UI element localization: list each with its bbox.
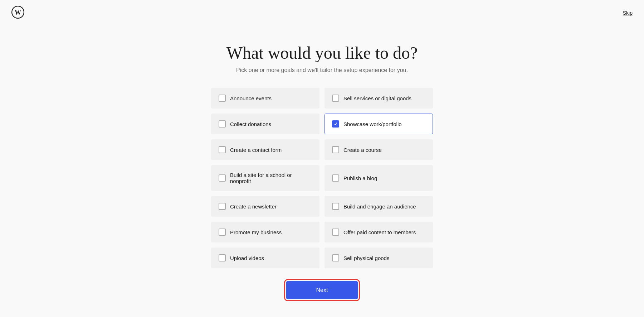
checkbox-offer-paid-content: ✓ [332,229,339,236]
option-label-promote-business: Promote my business [230,229,282,235]
option-label-publish-blog: Publish a blog [343,175,377,181]
options-grid: ✓Announce events✓Sell services or digita… [211,88,433,268]
checkbox-build-site-school: ✓ [219,174,226,182]
checkbox-create-contact-form: ✓ [219,146,226,153]
option-item-sell-services[interactable]: ✓Sell services or digital goods [325,88,433,109]
next-button[interactable]: Next [286,281,358,299]
option-item-create-contact-form[interactable]: ✓Create a contact form [211,139,319,160]
checkbox-showcase-portfolio: ✓ [332,120,339,128]
checkbox-upload-videos: ✓ [219,254,226,261]
option-item-build-site-school[interactable]: ✓Build a site for a school or nonprofit [211,165,319,191]
option-item-upload-videos[interactable]: ✓Upload videos [211,248,319,268]
next-button-container: Next [286,281,358,299]
option-label-collect-donations: Collect donations [230,121,271,127]
checkbox-check-showcase-portfolio: ✓ [334,121,338,127]
wp-logo: W [11,6,24,20]
main-content: What would you like to do? Pick one or m… [0,0,644,317]
option-label-showcase-portfolio: Showcase work/portfolio [343,121,402,127]
option-item-showcase-portfolio[interactable]: ✓Showcase work/portfolio [325,114,433,134]
option-label-announce-events: Announce events [230,95,272,101]
header: W Skip [0,0,644,26]
option-label-create-course: Create a course [343,147,382,153]
checkbox-sell-services: ✓ [332,95,339,102]
option-item-collect-donations[interactable]: ✓Collect donations [211,114,319,134]
option-item-offer-paid-content[interactable]: ✓Offer paid content to members [325,222,433,242]
checkbox-create-newsletter: ✓ [219,203,226,210]
checkbox-build-audience: ✓ [332,203,339,210]
option-item-publish-blog[interactable]: ✓Publish a blog [325,165,433,191]
checkbox-promote-business: ✓ [219,229,226,236]
option-label-offer-paid-content: Offer paid content to members [343,229,416,235]
option-label-upload-videos: Upload videos [230,255,264,261]
option-label-create-contact-form: Create a contact form [230,147,282,153]
title-section: What would you like to do? Pick one or m… [226,43,418,73]
checkbox-collect-donations: ✓ [219,120,226,128]
checkbox-publish-blog: ✓ [332,174,339,182]
skip-link[interactable]: Skip [623,10,633,16]
option-label-sell-services: Sell services or digital goods [343,95,411,101]
option-item-build-audience[interactable]: ✓Build and engage an audience [325,196,433,217]
checkbox-create-course: ✓ [332,146,339,153]
page-subtitle: Pick one or more goals and we'll tailor … [226,67,418,73]
option-item-announce-events[interactable]: ✓Announce events [211,88,319,109]
option-label-sell-physical-goods: Sell physical goods [343,255,389,261]
option-item-sell-physical-goods[interactable]: ✓Sell physical goods [325,248,433,268]
option-label-build-audience: Build and engage an audience [343,203,416,210]
svg-text:W: W [15,9,21,16]
option-item-create-course[interactable]: ✓Create a course [325,139,433,160]
option-label-create-newsletter: Create a newsletter [230,203,277,210]
checkbox-sell-physical-goods: ✓ [332,254,339,261]
checkbox-announce-events: ✓ [219,95,226,102]
option-item-create-newsletter[interactable]: ✓Create a newsletter [211,196,319,217]
option-label-build-site-school: Build a site for a school or nonprofit [230,172,312,184]
page-title: What would you like to do? [226,43,418,63]
option-item-promote-business[interactable]: ✓Promote my business [211,222,319,242]
